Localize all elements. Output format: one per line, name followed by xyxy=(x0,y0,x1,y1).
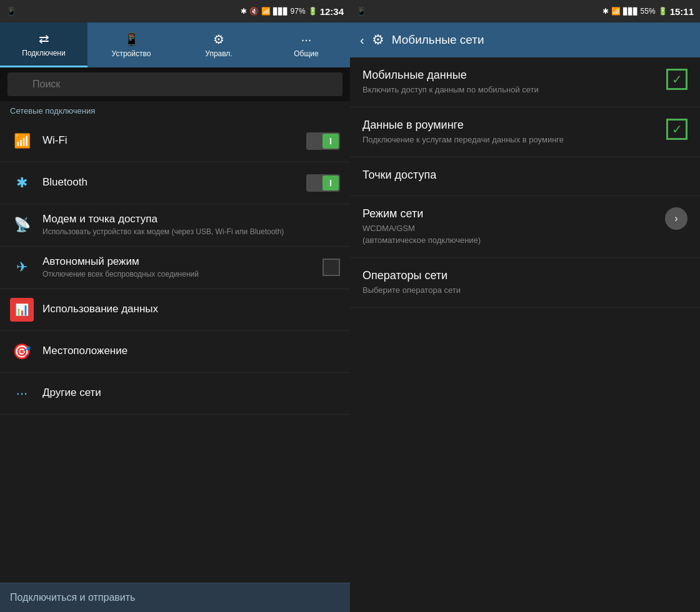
location-content: Местоположение xyxy=(42,345,340,358)
mobiledata-checkmark: ✓ xyxy=(666,69,688,90)
mobiledata-subtitle: Включить доступ к данным по мобильной се… xyxy=(362,84,659,96)
right-item-operators[interactable]: Операторы сети Выберите оператора сети xyxy=(350,258,700,308)
left-status-bar: 📱 ✱ 🔇 📶 ▊▊▊ 97% 🔋 12:34 xyxy=(0,0,350,22)
bottom-item-connect[interactable]: Подключиться и отправить xyxy=(0,583,350,612)
wifi-status-icon: 📶 xyxy=(261,7,271,16)
bluetooth-content: Bluetooth xyxy=(42,176,298,190)
accesspoints-title: Точки доступа xyxy=(362,169,688,182)
right-wifi-icon: 📶 xyxy=(611,7,621,16)
bluetooth-toggle-thumb: I xyxy=(322,175,339,190)
networkmode-content: Режим сети WCDMA/GSM(автоматическое подк… xyxy=(362,207,658,245)
signal-bars-icon: ▊▊▊ xyxy=(273,7,288,16)
tab-manage[interactable]: ⚙ Управл. xyxy=(175,22,262,67)
bluetooth-title: Bluetooth xyxy=(42,176,298,189)
roaming-check[interactable]: ✓ xyxy=(666,119,688,140)
wifi-icon: 📶 xyxy=(10,129,34,153)
airplane-checkbox[interactable] xyxy=(322,259,340,276)
roaming-subtitle: Подключение к услугам передачи данных в … xyxy=(362,134,659,146)
modem-subtitle: Использовать устройство как модем (через… xyxy=(42,227,340,237)
tab-device-label: Устройство xyxy=(112,49,151,58)
settings-item-wifi[interactable]: 📶 Wi-Fi I xyxy=(0,121,350,162)
mobiledata-check[interactable]: ✓ xyxy=(666,69,688,90)
accesspoints-content: Точки доступа xyxy=(362,169,688,184)
settings-item-modem[interactable]: 📡 Модем и точка доступа Использовать уст… xyxy=(0,204,350,247)
tab-connections-icon: ⇄ xyxy=(39,31,49,46)
airplane-title: Автономный режим xyxy=(42,255,314,268)
right-bluetooth-icon: ✱ xyxy=(602,7,609,16)
chevron-right-icon[interactable]: › xyxy=(665,207,688,230)
operators-title: Операторы сети xyxy=(362,269,688,282)
settings-item-datausage[interactable]: 📊 Использование данных xyxy=(0,289,350,331)
airplane-subtitle: Отключение всех беспроводных соединений xyxy=(42,269,314,280)
left-status-icons: ✱ 🔇 📶 ▊▊▊ 97% 🔋 12:34 xyxy=(241,6,344,17)
right-signal-bars: ▊▊▊ xyxy=(623,7,638,16)
wifi-content: Wi-Fi xyxy=(42,134,298,148)
mobiledata-content: Мобильные данные Включить доступ к данны… xyxy=(362,69,659,96)
datausage-title: Использование данных xyxy=(42,303,340,315)
wifi-toggle-switch[interactable]: I xyxy=(306,132,340,150)
back-button[interactable]: ‹ xyxy=(360,33,364,47)
settings-item-airplane[interactable]: ✈ Автономный режим Отключение всех беспр… xyxy=(0,247,350,289)
location-icon: 🎯 xyxy=(10,340,34,363)
left-tab-bar: ⇄ Подключени 📱 Устройство ⚙ Управл. ··· … xyxy=(0,22,350,67)
right-battery-percentage: 55% xyxy=(641,7,656,16)
right-status-left: 📱 xyxy=(356,7,366,16)
networkmode-subtitle: WCDMA/GSM(автоматическое подключение) xyxy=(362,223,658,245)
tab-device[interactable]: 📱 Устройство xyxy=(88,22,175,67)
right-item-roaming[interactable]: Данные в роуминге Подключение к услугам … xyxy=(350,107,700,157)
search-wrapper: 🔍 xyxy=(8,72,342,96)
othernets-title: Другие сети xyxy=(42,387,340,399)
airplane-checkbox-box[interactable] xyxy=(322,259,340,276)
left-panel: 📱 ✱ 🔇 📶 ▊▊▊ 97% 🔋 12:34 ⇄ Подключени 📱 У… xyxy=(0,0,350,612)
right-header-title: Мобильные сети xyxy=(392,33,484,47)
bluetooth-toggle[interactable]: I xyxy=(306,174,340,192)
left-time: 12:34 xyxy=(320,6,344,17)
right-item-accesspoints[interactable]: Точки доступа xyxy=(350,157,700,196)
phone-icon: 📱 xyxy=(6,7,16,16)
bluetooth-icon: ✱ xyxy=(10,171,34,195)
right-panel: 📱 ✱ 📶 ▊▊▊ 55% 🔋 15:11 ‹ ⚙ Мобильные сети… xyxy=(350,0,700,612)
operators-content: Операторы сети Выберите оператора сети xyxy=(362,269,688,296)
bluetooth-toggle-switch[interactable]: I xyxy=(306,174,340,192)
right-status-bar: 📱 ✱ 📶 ▊▊▊ 55% 🔋 15:11 xyxy=(350,0,700,22)
right-settings-list: Мобильные данные Включить доступ к данны… xyxy=(350,57,700,612)
networkmode-title: Режим сети xyxy=(362,207,658,220)
section-header-network: Сетевые подключения xyxy=(0,101,350,121)
tab-connections[interactable]: ⇄ Подключени xyxy=(0,22,88,67)
battery-icon: 🔋 xyxy=(308,7,318,16)
location-title: Местоположение xyxy=(42,345,340,357)
right-item-networkmode[interactable]: Режим сети WCDMA/GSM(автоматическое подк… xyxy=(350,196,700,257)
roaming-title: Данные в роуминге xyxy=(362,119,659,132)
right-header: ‹ ⚙ Мобильные сети xyxy=(350,22,700,57)
modem-icon: 📡 xyxy=(10,213,34,237)
bottom-item-label: Подключиться и отправить xyxy=(10,592,135,603)
settings-list: 📶 Wi-Fi I ✱ Bluetooth I xyxy=(0,121,350,583)
search-input[interactable] xyxy=(8,72,342,96)
operators-subtitle: Выберите оператора сети xyxy=(362,285,688,296)
modem-content: Модем и точка доступа Использовать устро… xyxy=(42,213,340,237)
settings-item-location[interactable]: 🎯 Местоположение xyxy=(0,331,350,373)
right-item-mobiledata[interactable]: Мобильные данные Включить доступ к данны… xyxy=(350,57,700,107)
mute-status-icon: 🔇 xyxy=(249,7,259,16)
wifi-title: Wi-Fi xyxy=(42,134,298,147)
networkmode-chevron[interactable]: › xyxy=(665,207,688,230)
right-battery-icon: 🔋 xyxy=(658,7,668,16)
tab-connections-label: Подключени xyxy=(22,49,65,57)
wifi-toggle[interactable]: I xyxy=(306,132,340,150)
right-status-icons: ✱ 📶 ▊▊▊ 55% 🔋 15:11 xyxy=(602,6,694,17)
header-gear-icon: ⚙ xyxy=(372,32,384,48)
settings-item-bluetooth[interactable]: ✱ Bluetooth I xyxy=(0,162,350,204)
tab-manage-icon: ⚙ xyxy=(213,32,224,47)
right-phone-icon: 📱 xyxy=(356,7,366,16)
roaming-content: Данные в роуминге Подключение к услугам … xyxy=(362,119,659,146)
othernets-icon: ··· xyxy=(10,382,34,405)
tab-general-icon: ··· xyxy=(301,32,312,47)
datausage-icon: 📊 xyxy=(10,298,34,322)
tab-device-icon: 📱 xyxy=(124,32,139,47)
airplane-content: Автономный режим Отключение всех беспров… xyxy=(42,255,314,280)
tab-general-label: Общие xyxy=(294,49,318,58)
tab-general[interactable]: ··· Общие xyxy=(262,22,350,67)
settings-item-othernets[interactable]: ··· Другие сети xyxy=(0,373,350,415)
tab-manage-label: Управл. xyxy=(205,49,232,58)
othernets-content: Другие сети xyxy=(42,387,340,400)
